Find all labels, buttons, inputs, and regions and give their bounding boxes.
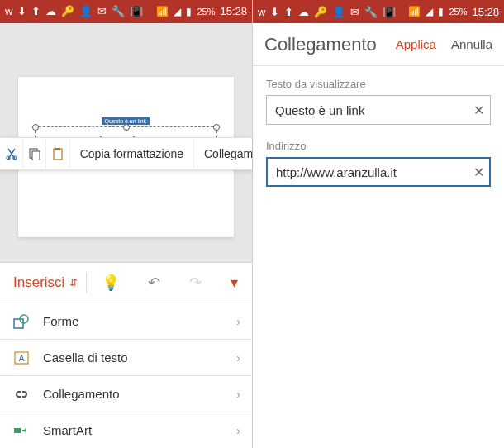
copy-format-button[interactable]: Copia formattazione xyxy=(70,137,194,170)
slide-editor[interactable]: Questo è un link Copia formattazione Col… xyxy=(0,23,252,262)
clock: 15:28 xyxy=(472,6,499,18)
copy-button[interactable] xyxy=(23,137,46,170)
person-icon: 👤 xyxy=(79,6,93,17)
paste-button[interactable] xyxy=(46,137,69,170)
clear-input-button[interactable]: ✕ xyxy=(473,164,484,180)
display-text-input[interactable] xyxy=(266,95,491,125)
smartart-icon xyxy=(12,424,31,437)
signal-icon: ◢ xyxy=(174,6,181,17)
status-icons-right: 📶 ◢ ▮ 25% 15:28 xyxy=(156,5,247,17)
display-text-label: Testo da visualizzare xyxy=(266,78,491,90)
textbox-icon: A xyxy=(12,351,31,365)
context-toolbar: Copia formattazione Collegamento xyxy=(0,137,252,170)
status-icons-right: 📶 ◢ ▮ 25% 15:28 xyxy=(408,6,499,18)
status-bar: w ⬇ ⬆ ☁ 🔑 👤 ✉ 🔧 📳 📶 ◢ ▮ 25% 15:28 xyxy=(253,0,504,23)
battery-percent: 25% xyxy=(449,7,467,17)
signal-icon: ◢ xyxy=(426,6,433,17)
mail-icon: ✉ xyxy=(97,6,107,17)
wrench-icon: 🔧 xyxy=(364,7,378,17)
right-pane: w ⬇ ⬆ ☁ 🔑 👤 ✉ 🔧 📳 📶 ◢ ▮ 25% 15:28 Colleg… xyxy=(252,0,504,448)
status-bar: w ⬇ ⬆ ☁ 🔑 👤 ✉ 🔧 📳 📶 ◢ ▮ 25% 15:28 xyxy=(0,0,252,23)
chat-icon: ☁ xyxy=(45,6,56,17)
key-icon: 🔑 xyxy=(61,6,74,17)
upload-icon: ⬆ xyxy=(31,6,40,17)
ribbon-item-smartart[interactable]: SmartArt › xyxy=(0,412,252,448)
svg-rect-12 xyxy=(14,428,21,433)
lightbulb-icon[interactable]: 💡 xyxy=(102,274,120,292)
w-indicator-icon: w xyxy=(258,7,265,17)
key-icon: 🔑 xyxy=(314,7,327,17)
mail-icon: ✉ xyxy=(350,7,359,17)
vibrate-icon: 📳 xyxy=(383,7,396,17)
link-context-button[interactable]: Collegamento xyxy=(194,137,252,170)
address-label: Indirizzo xyxy=(266,140,491,152)
download-icon: ⬇ xyxy=(270,7,279,17)
wifi-icon: 📶 xyxy=(156,6,169,17)
svg-rect-5 xyxy=(32,151,40,160)
download-icon: ⬇ xyxy=(17,6,26,17)
clear-input-button[interactable]: ✕ xyxy=(473,102,484,118)
svg-text:A: A xyxy=(19,354,25,363)
svg-rect-8 xyxy=(14,319,23,328)
address-input[interactable] xyxy=(266,157,491,187)
selected-link-text[interactable]: Questo è un link xyxy=(102,117,150,125)
chevron-right-icon: › xyxy=(236,315,240,328)
wrench-icon: 🔧 xyxy=(112,6,125,17)
resize-handle[interactable] xyxy=(123,124,130,131)
left-pane: w ⬇ ⬆ ☁ 🔑 👤 ✉ 🔧 📳 📶 ◢ ▮ 25% 15:28 xyxy=(0,0,252,448)
upload-icon: ⬆ xyxy=(284,7,293,17)
svg-rect-7 xyxy=(55,148,60,150)
ribbon-panel: Inserisci ⇵ 💡 ↶ ↷ ▾ Forme › A Casella di… xyxy=(0,262,252,448)
dialog-body: Testo da visualizzare ✕ Indirizzo ✕ xyxy=(253,66,504,213)
ribbon-item-label: Collegamento xyxy=(43,387,120,401)
dialog-header: Collegamento Applica Annulla xyxy=(253,23,504,66)
ribbon-item-textbox[interactable]: A Casella di testo › xyxy=(0,339,252,375)
w-indicator-icon: w xyxy=(5,6,12,17)
status-icons-left: w ⬇ ⬆ ☁ 🔑 👤 ✉ 🔧 📳 xyxy=(258,7,408,17)
chevron-right-icon: › xyxy=(236,351,240,365)
person-icon: 👤 xyxy=(332,7,345,17)
ribbon-tab-label: Inserisci xyxy=(13,274,64,291)
chat-icon: ☁ xyxy=(298,7,309,17)
ribbon-quick-actions: 💡 ↶ ↷ ▾ xyxy=(87,274,252,292)
resize-handle[interactable] xyxy=(32,124,39,131)
redo-button[interactable]: ↷ xyxy=(189,274,202,292)
status-icons-left: w ⬇ ⬆ ☁ 🔑 👤 ✉ 🔧 📳 xyxy=(5,6,156,17)
apply-button[interactable]: Applica xyxy=(396,37,436,51)
battery-icon: ▮ xyxy=(186,6,192,17)
link-icon xyxy=(12,388,31,400)
ribbon-item-label: SmartArt xyxy=(43,423,92,437)
vibrate-icon: 📳 xyxy=(130,6,143,17)
chevron-right-icon: › xyxy=(236,424,240,437)
cancel-button[interactable]: Annulla xyxy=(451,37,492,51)
ribbon-item-label: Casella di testo xyxy=(43,350,128,365)
ribbon-header: Inserisci ⇵ 💡 ↶ ↷ ▾ xyxy=(0,263,252,303)
ribbon-item-shapes[interactable]: Forme › xyxy=(0,303,252,339)
undo-button[interactable]: ↶ xyxy=(148,274,160,292)
chevron-updown-icon: ⇵ xyxy=(69,277,78,288)
dialog-title: Collegamento xyxy=(264,34,381,55)
ribbon-item-link[interactable]: Collegamento › xyxy=(0,375,252,412)
battery-percent: 25% xyxy=(197,7,215,17)
clock: 15:28 xyxy=(220,5,247,17)
ribbon-item-label: Forme xyxy=(43,314,78,328)
ribbon-tab-selector[interactable]: Inserisci ⇵ xyxy=(0,274,86,291)
wifi-icon: 📶 xyxy=(408,6,421,17)
battery-icon: ▮ xyxy=(438,6,444,17)
cut-button[interactable] xyxy=(0,137,23,170)
resize-handle[interactable] xyxy=(213,124,220,131)
more-menu-button[interactable]: ▾ xyxy=(231,274,238,292)
chevron-right-icon: › xyxy=(236,388,240,401)
shapes-icon xyxy=(12,314,31,329)
